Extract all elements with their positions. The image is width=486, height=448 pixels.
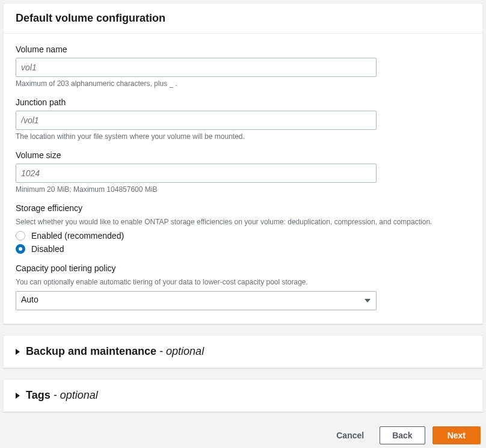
tags-optional-text: - optional (51, 389, 98, 401)
backup-title: Backup and maintenance - optional (26, 345, 204, 358)
radio-disabled-label: Disabled (31, 244, 64, 254)
panel-title: Default volume configuration (16, 12, 470, 25)
tiering-policy-description: You can optionally enable automatic tier… (16, 277, 470, 287)
backup-title-text: Backup and maintenance (26, 345, 156, 357)
volume-size-input[interactable] (16, 164, 377, 183)
junction-path-label: Junction path (16, 97, 470, 107)
footer-actions: Cancel Back Next (3, 423, 483, 447)
volume-size-label: Volume size (16, 150, 470, 160)
volume-name-group: Volume name Maximum of 203 alphanumeric … (16, 44, 470, 88)
next-button[interactable]: Next (432, 426, 481, 444)
junction-path-group: Junction path The location within your f… (16, 97, 470, 141)
tags-section: Tags - optional (3, 379, 483, 412)
tiering-policy-group: Capacity pool tiering policy You can opt… (16, 263, 470, 310)
backup-maintenance-section: Backup and maintenance - optional (3, 335, 483, 368)
tags-title: Tags - optional (26, 389, 98, 402)
radio-disabled[interactable]: Disabled (16, 244, 470, 254)
volume-config-panel: Default volume configuration Volume name… (3, 3, 483, 324)
caret-right-icon (16, 349, 20, 355)
volume-size-hint: Minimum 20 MiB; Maximum 104857600 MiB (16, 185, 470, 194)
volume-name-hint: Maximum of 203 alphanumeric characters, … (16, 79, 470, 88)
junction-path-hint: The location within your file system whe… (16, 132, 470, 141)
cancel-button[interactable]: Cancel (328, 427, 372, 444)
radio-enabled[interactable]: Enabled (recommended) (16, 231, 470, 241)
backup-optional-text: - optional (156, 345, 204, 357)
panel-header: Default volume configuration (4, 4, 482, 34)
tags-header[interactable]: Tags - optional (4, 379, 482, 411)
radio-icon-selected (16, 244, 25, 254)
junction-path-input[interactable] (16, 111, 377, 130)
tiering-policy-select[interactable]: Auto (16, 291, 377, 310)
storage-efficiency-description: Select whether you would like to enable … (16, 216, 470, 227)
volume-name-label: Volume name (16, 44, 470, 54)
caret-right-icon (16, 393, 20, 399)
tiering-policy-select-wrap: Auto (16, 291, 377, 310)
radio-icon (16, 231, 25, 241)
tiering-policy-label: Capacity pool tiering policy (16, 263, 470, 273)
backup-maintenance-header[interactable]: Backup and maintenance - optional (4, 336, 482, 367)
volume-name-input[interactable] (16, 58, 377, 77)
back-button[interactable]: Back (380, 426, 425, 444)
tags-title-text: Tags (26, 389, 51, 401)
storage-efficiency-label: Storage efficiency (16, 203, 470, 213)
storage-efficiency-group: Storage efficiency Select whether you wo… (16, 203, 470, 254)
volume-size-group: Volume size Minimum 20 MiB; Maximum 1048… (16, 150, 470, 194)
panel-body: Volume name Maximum of 203 alphanumeric … (4, 34, 482, 324)
radio-enabled-label: Enabled (recommended) (31, 231, 124, 241)
